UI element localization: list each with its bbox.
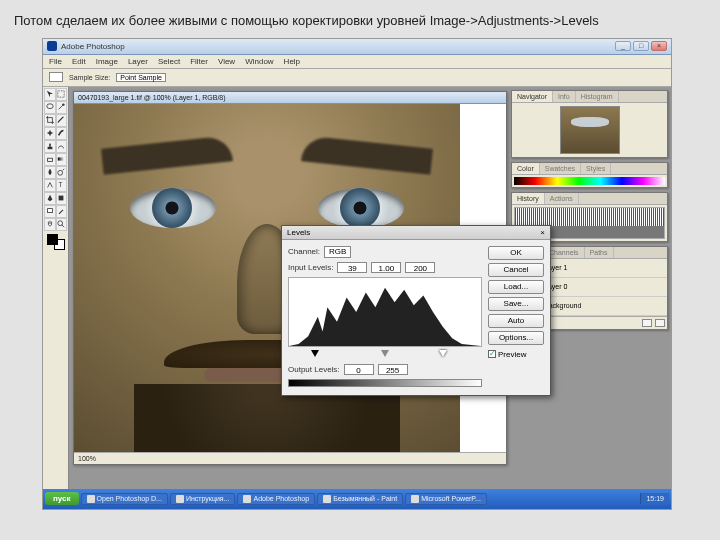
zoom-tool-icon[interactable] (56, 218, 68, 231)
taskbar-item[interactable]: Open Photoshop D... (81, 493, 168, 505)
levels-options-button[interactable]: Options... (488, 331, 544, 345)
menu-edit[interactable]: Edit (72, 57, 86, 66)
svg-rect-7 (47, 158, 52, 161)
taskbar-item[interactable]: Безымянный - Paint (317, 493, 403, 505)
start-button[interactable]: пуск (45, 492, 79, 505)
tab-history[interactable]: History (512, 193, 545, 204)
levels-output-gradient[interactable] (288, 379, 482, 387)
brush-tool-icon[interactable] (56, 127, 68, 140)
menu-help[interactable]: Help (284, 57, 300, 66)
black-point-slider[interactable] (311, 350, 319, 357)
levels-output-black[interactable]: 0 (344, 364, 374, 375)
taskbar: пуск Open Photoshop D... Инструкция... A… (43, 489, 671, 509)
levels-input-white[interactable]: 200 (405, 262, 435, 273)
slice-tool-icon[interactable] (56, 114, 68, 127)
taskbar-item-label: Open Photoshop D... (97, 495, 162, 502)
levels-auto-button[interactable]: Auto (488, 314, 544, 328)
taskbar-item[interactable]: Adobe Photoshop (237, 493, 315, 505)
task-icon (411, 495, 419, 503)
tab-swatches[interactable]: Swatches (540, 163, 581, 174)
levels-preview-checkbox[interactable] (488, 350, 496, 358)
gradient-tool-icon[interactable] (56, 153, 68, 166)
levels-close-icon[interactable]: × (540, 228, 545, 237)
doc-zoom[interactable]: 100% (78, 455, 96, 462)
menu-filter[interactable]: Filter (190, 57, 208, 66)
svg-point-1 (47, 104, 53, 109)
crop-tool-icon[interactable] (44, 114, 56, 127)
task-icon (176, 495, 184, 503)
levels-cancel-button[interactable]: Cancel (488, 263, 544, 277)
options-bar: Sample Size: Point Sample (43, 69, 671, 87)
tab-histogram[interactable]: Histogram (576, 91, 619, 102)
menu-select[interactable]: Select (158, 57, 180, 66)
eyedropper-tool-icon[interactable] (56, 205, 68, 218)
pen-tool-icon[interactable] (44, 192, 56, 205)
tab-navigator[interactable]: Navigator (512, 91, 553, 102)
options-sample-label: Sample Size: (69, 74, 110, 81)
levels-dialog[interactable]: Levels × Channel: RGB Input Levels: 39 1… (281, 225, 551, 396)
shape-tool-icon[interactable] (56, 192, 68, 205)
levels-channel-select[interactable]: RGB (324, 246, 351, 258)
color-swatches[interactable] (44, 231, 67, 253)
blur-tool-icon[interactable] (44, 166, 56, 179)
levels-input-gamma[interactable]: 1.00 (371, 262, 401, 273)
tab-color[interactable]: Color (512, 163, 540, 174)
heal-tool-icon[interactable] (44, 127, 56, 140)
tab-actions[interactable]: Actions (545, 193, 579, 204)
levels-title: Levels (287, 228, 310, 237)
navigator-thumbnail[interactable] (560, 106, 620, 154)
taskbar-item[interactable]: Инструкция... (170, 493, 236, 505)
levels-save-button[interactable]: Save... (488, 297, 544, 311)
wand-tool-icon[interactable] (56, 101, 68, 114)
levels-input-label: Input Levels: (288, 263, 333, 272)
gamma-slider[interactable] (381, 350, 389, 357)
levels-output-label: Output Levels: (288, 365, 340, 374)
window-maximize-button[interactable]: □ (633, 41, 649, 51)
eraser-tool-icon[interactable] (44, 153, 56, 166)
menu-file[interactable]: File (49, 57, 62, 66)
tab-info[interactable]: Info (553, 91, 576, 102)
stamp-tool-icon[interactable] (44, 140, 56, 153)
task-icon (323, 495, 331, 503)
move-tool-icon[interactable] (44, 88, 56, 101)
hand-tool-icon[interactable] (44, 218, 56, 231)
slide-caption: Потом сделаем их более живыми с помощью … (14, 12, 706, 30)
levels-ok-button[interactable]: OK (488, 246, 544, 260)
svg-rect-8 (58, 157, 64, 160)
menu-image[interactable]: Image (96, 57, 118, 66)
dodge-tool-icon[interactable] (56, 166, 68, 179)
menu-view[interactable]: View (218, 57, 235, 66)
window-close-button[interactable]: × (651, 41, 667, 51)
path-tool-icon[interactable] (44, 179, 56, 192)
marquee-tool-icon[interactable] (56, 88, 68, 101)
menu-layer[interactable]: Layer (128, 57, 148, 66)
svg-rect-11 (59, 196, 64, 201)
levels-histogram (288, 277, 482, 347)
color-ramp[interactable] (514, 177, 665, 185)
tab-styles[interactable]: Styles (581, 163, 611, 174)
options-tool-swatch (49, 72, 63, 82)
levels-input-sliders[interactable] (288, 350, 482, 358)
levels-preview-label: Preview (498, 350, 526, 359)
levels-load-button[interactable]: Load... (488, 280, 544, 294)
menu-window[interactable]: Window (245, 57, 273, 66)
app-titlebar: Adobe Photoshop _ □ × (43, 39, 671, 55)
taskbar-item[interactable]: Microsoft PowerP... (405, 493, 487, 505)
type-tool-icon[interactable]: T (56, 179, 68, 192)
history-brush-tool-icon[interactable] (56, 140, 68, 153)
notes-tool-icon[interactable] (44, 205, 56, 218)
navigator-panel: Navigator Info Histogram (511, 90, 668, 158)
window-minimize-button[interactable]: _ (615, 41, 631, 51)
options-sample-value[interactable]: Point Sample (116, 73, 166, 82)
system-tray-clock[interactable]: 15:19 (640, 493, 669, 504)
lasso-tool-icon[interactable] (44, 101, 56, 114)
white-point-slider[interactable] (439, 350, 447, 357)
svg-text:T: T (59, 181, 63, 188)
fg-color-swatch[interactable] (47, 234, 58, 245)
tab-paths[interactable]: Paths (585, 247, 614, 258)
new-layer-icon[interactable] (642, 319, 652, 327)
levels-output-white[interactable]: 255 (378, 364, 408, 375)
levels-input-black[interactable]: 39 (337, 262, 367, 273)
svg-rect-5 (47, 147, 52, 149)
delete-layer-icon[interactable] (655, 319, 665, 327)
